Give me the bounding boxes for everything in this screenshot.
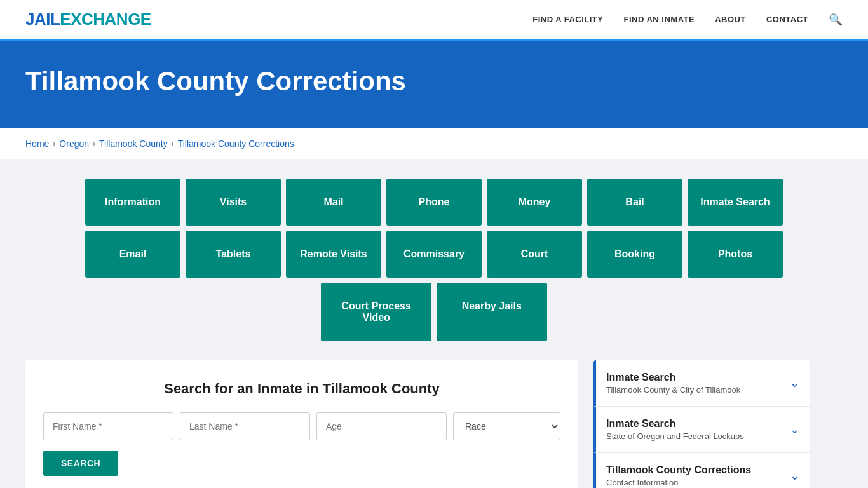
sidebar: Inmate Search Tillamook County & City of… xyxy=(593,360,810,488)
tiles-row-3: Court Process VideoNearby Jails xyxy=(321,283,546,341)
tile-photos[interactable]: Photos xyxy=(688,231,783,278)
tile-remote-visits[interactable]: Remote Visits xyxy=(286,231,381,278)
chevron-down-icon: ⌄ xyxy=(790,423,799,437)
last-name-input[interactable] xyxy=(180,412,310,440)
chevron-down-icon: ⌄ xyxy=(790,376,799,390)
breadcrumb-item-bc-home[interactable]: Home xyxy=(25,139,49,149)
breadcrumb: Home›Oregon›Tillamook County›Tillamook C… xyxy=(25,139,843,149)
nav-item-about[interactable]: ABOUT xyxy=(715,15,746,24)
tile-information[interactable]: Information xyxy=(85,179,180,226)
age-input[interactable] xyxy=(316,412,447,440)
sidebar-card: Inmate Search Tillamook County & City of… xyxy=(593,360,810,488)
tile-mail[interactable]: Mail xyxy=(286,179,381,226)
tile-booking[interactable]: Booking xyxy=(587,231,682,278)
breadcrumb-item-bc-oregon[interactable]: Oregon xyxy=(59,139,89,149)
logo-exchange: EXCHANGE xyxy=(60,10,151,29)
sidebar-item-title: Inmate Search xyxy=(606,418,744,430)
header: JAILEXCHANGE FIND A FACILITYFIND AN INMA… xyxy=(0,0,868,41)
sidebar-item-subtitle: State of Oregon and Federal Lockups xyxy=(606,431,744,441)
first-name-input[interactable] xyxy=(43,412,173,440)
sidebar-item-title: Tillamook County Corrections xyxy=(606,464,751,476)
tiles-section: InformationVisitsMailPhoneMoneyBailInmat… xyxy=(25,179,843,341)
tile-commissary[interactable]: Commissary xyxy=(386,231,482,278)
hero-section: Tillamook County Corrections xyxy=(0,41,868,128)
breadcrumb-item-bc-county[interactable]: Tillamook County xyxy=(99,139,168,149)
sidebar-item-text: Inmate Search State of Oregon and Federa… xyxy=(606,418,744,441)
tile-phone[interactable]: Phone xyxy=(386,179,482,226)
logo[interactable]: JAILEXCHANGE xyxy=(25,10,151,29)
sidebar-item-title: Inmate Search xyxy=(606,372,740,383)
tiles-row-1: InformationVisitsMailPhoneMoneyBailInmat… xyxy=(85,179,783,226)
search-button[interactable]: SEARCH xyxy=(43,451,118,476)
logo-jail: JAIL xyxy=(25,10,60,29)
nav-item-find-inmate[interactable]: FIND AN INMATE xyxy=(623,15,695,24)
search-section: Search for an Inmate in Tillamook County… xyxy=(25,360,578,488)
nav-item-find-facility[interactable]: FIND A FACILITY xyxy=(532,15,603,24)
main-content: InformationVisitsMailPhoneMoneyBailInmat… xyxy=(0,159,868,488)
search-icon[interactable]: 🔍 xyxy=(829,13,843,27)
tile-bail[interactable]: Bail xyxy=(587,179,682,226)
chevron-down-icon: ⌄ xyxy=(790,469,799,483)
nav-item-contact[interactable]: CONTACT xyxy=(766,15,808,24)
breadcrumb-item-bc-current: Tillamook County Corrections xyxy=(178,139,294,149)
breadcrumb-bar: Home›Oregon›Tillamook County›Tillamook C… xyxy=(0,128,868,159)
tile-money[interactable]: Money xyxy=(487,179,582,226)
breadcrumb-separator: › xyxy=(93,139,95,148)
sidebar-item-text: Inmate Search Tillamook County & City of… xyxy=(606,372,740,395)
tile-visits[interactable]: Visits xyxy=(186,179,281,226)
sidebar-contact-info[interactable]: Tillamook County Corrections Contact Inf… xyxy=(593,453,810,488)
sidebar-inmate-search-oregon[interactable]: Inmate Search State of Oregon and Federa… xyxy=(593,407,810,453)
tile-inmate-search[interactable]: Inmate Search xyxy=(688,179,783,226)
tile-court[interactable]: Court xyxy=(487,231,582,278)
tile-nearby-jails[interactable]: Nearby Jails xyxy=(437,283,547,341)
page-title: Tillamook County Corrections xyxy=(25,66,843,97)
search-title: Search for an Inmate in Tillamook County xyxy=(43,381,560,397)
breadcrumb-separator: › xyxy=(172,139,174,148)
breadcrumb-separator: › xyxy=(53,139,55,148)
search-fields: RaceWhiteBlackHispanicAsianOther xyxy=(43,412,560,440)
tile-tablets[interactable]: Tablets xyxy=(186,231,281,278)
tile-email[interactable]: Email xyxy=(85,231,180,278)
sidebar-item-subtitle: Contact Information xyxy=(606,478,751,487)
tile-court-process-video[interactable]: Court Process Video xyxy=(321,283,431,341)
sidebar-inmate-search-tillamook[interactable]: Inmate Search Tillamook County & City of… xyxy=(593,360,810,407)
content-area: Search for an Inmate in Tillamook County… xyxy=(25,360,843,488)
race-select[interactable]: RaceWhiteBlackHispanicAsianOther xyxy=(453,412,560,440)
main-nav: FIND A FACILITYFIND AN INMATEABOUTCONTAC… xyxy=(532,13,843,27)
tiles-row-2: EmailTabletsRemote VisitsCommissaryCourt… xyxy=(85,231,783,278)
sidebar-item-text: Tillamook County Corrections Contact Inf… xyxy=(606,464,751,487)
sidebar-item-subtitle: Tillamook County & City of Tillamook xyxy=(606,385,740,395)
